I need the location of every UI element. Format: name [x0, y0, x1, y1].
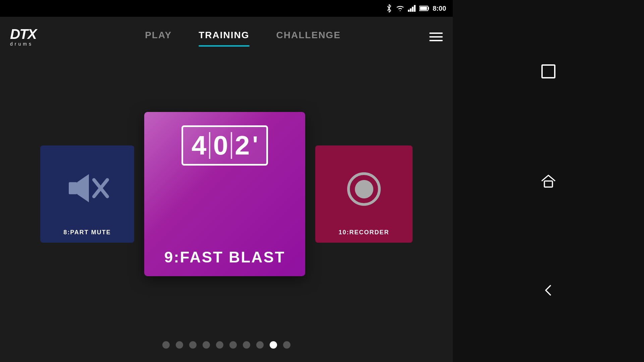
- score-digit-2: 0: [213, 132, 228, 159]
- tab-play[interactable]: PLAY: [145, 30, 172, 44]
- dot-4[interactable]: [203, 341, 210, 349]
- card-fast-blast[interactable]: 4 0 2 ' 9:FAST BLAST: [144, 112, 305, 276]
- score-divider-2: [231, 132, 232, 159]
- back-icon: [541, 283, 556, 298]
- card-left-label: 8:PART MUTE: [63, 229, 111, 236]
- tab-training[interactable]: TRAINING: [199, 30, 249, 44]
- logo: DTX drums: [10, 27, 36, 47]
- nav-bar: DTX drums PLAY TRAINING CHALLENGE: [0, 17, 453, 57]
- logo-dtx: DTX: [10, 27, 36, 41]
- score-digit-1: 4: [192, 132, 207, 159]
- svg-rect-5: [428, 7, 429, 10]
- status-time: 8:00: [433, 5, 446, 12]
- card-right-label: 10:RECORDER: [338, 229, 389, 236]
- svg-rect-6: [420, 7, 427, 10]
- bluetooth-icon: [386, 4, 392, 12]
- svg-rect-3: [414, 5, 416, 12]
- dot-3[interactable]: [189, 341, 197, 349]
- dot-9[interactable]: [270, 341, 277, 349]
- status-icons: 8:00: [386, 4, 446, 12]
- score-display: 4 0 2 ': [181, 125, 268, 166]
- signal-icon: [408, 5, 416, 12]
- hamburger-line-1: [429, 33, 443, 34]
- recent-apps-button[interactable]: [538, 61, 558, 81]
- score-divider-1: [209, 132, 210, 159]
- wifi-icon: [396, 5, 405, 12]
- dot-5[interactable]: [216, 341, 223, 349]
- square-icon: [541, 64, 555, 78]
- dot-8[interactable]: [256, 341, 264, 349]
- dots-indicator: [0, 331, 453, 362]
- home-button[interactable]: [538, 171, 558, 191]
- android-nav-sidebar: [453, 0, 644, 362]
- mute-icon: [65, 171, 109, 206]
- hamburger-line-2: [429, 36, 443, 38]
- tab-challenge[interactable]: CHALLENGE: [276, 30, 341, 44]
- svg-rect-1: [410, 8, 412, 12]
- recorder-icon: [347, 172, 381, 206]
- back-button[interactable]: [538, 281, 558, 301]
- main-area: 8:00 DTX drums PLAY TRAINING CHALLENGE: [0, 0, 453, 362]
- logo-drums: drums: [10, 41, 36, 47]
- dot-7[interactable]: [243, 341, 250, 349]
- card-recorder[interactable]: 10:RECORDER: [315, 145, 413, 243]
- dot-10[interactable]: [283, 341, 290, 349]
- nav-tabs: PLAY TRAINING CHALLENGE: [56, 30, 429, 44]
- svg-rect-7: [69, 182, 77, 194]
- dot-2[interactable]: [176, 341, 183, 349]
- hamburger-line-3: [429, 40, 443, 41]
- score-digit-3: 2: [235, 132, 250, 159]
- status-bar: 8:00: [0, 0, 453, 17]
- carousel-area: 8:PART MUTE 4 0 2 ' 9:FAST BLAST: [0, 57, 453, 331]
- svg-rect-0: [408, 10, 410, 12]
- battery-icon: [419, 5, 429, 11]
- card-part-mute[interactable]: 8:PART MUTE: [40, 145, 134, 243]
- svg-rect-11: [544, 181, 552, 187]
- hamburger-menu-button[interactable]: [429, 33, 443, 41]
- svg-marker-8: [77, 174, 89, 202]
- svg-rect-2: [412, 7, 414, 12]
- dot-6[interactable]: [229, 341, 237, 349]
- card-center-label: 9:FAST BLAST: [164, 248, 285, 266]
- home-icon: [540, 173, 557, 189]
- dot-1[interactable]: [162, 341, 170, 349]
- score-apostrophe: ': [252, 135, 258, 154]
- cards-container: 8:PART MUTE 4 0 2 ' 9:FAST BLAST: [0, 112, 453, 276]
